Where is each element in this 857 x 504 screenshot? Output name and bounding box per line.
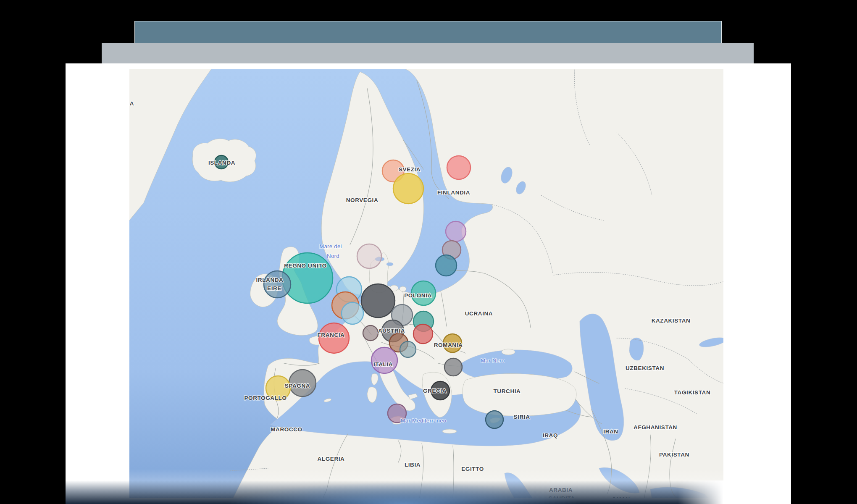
country-label-regno-unito: REGNO UNITO: [284, 262, 327, 269]
country-label-francia: FRANCIA: [318, 332, 345, 338]
country-label-turchia: TURCHIA: [494, 388, 521, 394]
country-label-algeria: ALGERIA: [318, 456, 345, 462]
sea-label-mare-del: Mare del: [319, 243, 342, 249]
country-label-svezia: SVEZIA: [399, 166, 421, 173]
country-label-islanda: ISLANDA: [208, 160, 235, 166]
bubble-finlandia-rosa[interactable]: [447, 156, 471, 179]
map-visual[interactable]: Mare delNordMar NeroMar Mediterraneo AIS…: [129, 69, 723, 498]
country-label-groenlandia-partial: A: [130, 100, 134, 107]
country-label-grecia: GRECIA: [423, 388, 447, 394]
bubble-ungheria-rosso[interactable]: [413, 324, 433, 344]
presentation-top-bar: [134, 21, 722, 43]
bubble-mare-nord-pallido[interactable]: [357, 244, 381, 268]
presentation-strip-bar: [102, 43, 754, 64]
country-label-arabia: ARABIA: [549, 487, 573, 493]
bubble-irlanda-acciaio[interactable]: [264, 271, 291, 298]
lake-aral: [629, 338, 644, 360]
country-label-spagna: SPAGNA: [285, 383, 310, 389]
land-turchia: [463, 374, 576, 416]
country-label-eire: EIRE: [267, 285, 281, 291]
bubble-regno-unito-turchese[interactable]: [282, 253, 333, 303]
lake-vattern: [386, 262, 393, 266]
country-label-portogallo: PORTOGALLO: [244, 395, 287, 401]
land-isola-danese-2: [400, 286, 406, 291]
document-window: Mare delNordMar NeroMar Mediterraneo AIS…: [66, 63, 791, 504]
country-label-irlanda: IRLANDA: [256, 277, 284, 283]
country-label-kazakistan: KAZAKISTAN: [652, 318, 691, 324]
bubble-italia-viola[interactable]: [371, 347, 397, 373]
land-creta: [442, 429, 457, 433]
country-label-ucraina: UCRAINA: [465, 310, 493, 317]
country-label-pakistan: PAKISTAN: [659, 452, 689, 458]
screenshot-root: { "header": { "top_bar_color": "#5d7e90"…: [0, 0, 857, 504]
bubble-svizzera-talpa[interactable]: [363, 326, 378, 341]
europe-bubble-map[interactable]: Mare delNordMar NeroMar Mediterraneo AIS…: [129, 69, 723, 498]
bubble-croazia-ardesia[interactable]: [400, 341, 416, 357]
country-label-austria: AUSTRIA: [378, 328, 405, 334]
country-label-italia: ITALIA: [373, 361, 393, 368]
bubble-bulgaria-grigio[interactable]: [444, 358, 462, 376]
country-label-oman: OMAN: [612, 496, 630, 498]
bubble-svezia-oro[interactable]: [393, 173, 423, 204]
bubble-estonia-lilla[interactable]: [446, 221, 466, 242]
sea-label-mar-nero: Mar Nero: [481, 357, 505, 364]
country-label-norvegia: NORVEGIA: [346, 197, 379, 203]
country-label-siria: SIRIA: [513, 414, 530, 420]
country-label-polonia: POLONIA: [404, 292, 432, 299]
sea-label-nord: Nord: [327, 253, 339, 259]
bubble-germania-grigio[interactable]: [361, 284, 395, 318]
country-label-iran: IRAN: [603, 428, 618, 435]
land-crimea: [502, 349, 515, 355]
bubble-cipro-acciaio[interactable]: [486, 411, 503, 428]
bubble-lituania-petrolio[interactable]: [436, 255, 457, 276]
sea-label-mar-mediterraneo: Mar Mediterraneo: [401, 417, 447, 424]
country-label-egitto: EGITTO: [461, 466, 484, 472]
country-label-saudita: SAUDITA: [548, 495, 575, 498]
country-label-romania: ROMANIA: [434, 342, 463, 348]
country-label-marocco: MAROCCO: [271, 426, 302, 433]
country-label-tagikistan: TAGIKISTAN: [674, 389, 711, 396]
country-label-uzbekistan: UZBEKISTAN: [626, 365, 664, 371]
country-label-iraq: IRAQ: [543, 432, 558, 438]
country-label-finlandia: FINLANDIA: [437, 189, 470, 196]
bubble-francia-rosso[interactable]: [319, 323, 349, 353]
country-label-afghanistan: AFGHANISTAN: [634, 424, 677, 430]
country-label-libia: LIBIA: [405, 462, 421, 468]
bubble-celeste-sud[interactable]: [342, 302, 363, 324]
